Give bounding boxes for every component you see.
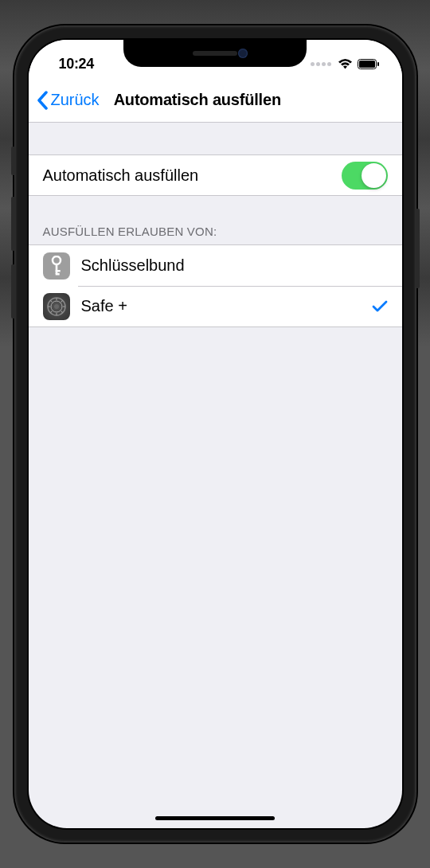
volume-down	[11, 264, 15, 319]
svg-rect-6	[55, 273, 59, 276]
provider-label: Schlüsselbund	[81, 256, 388, 275]
key-icon	[43, 252, 70, 280]
screen: 10:24 Zurück Automatisch ausfüllen	[29, 40, 402, 828]
autofill-toggle-cell[interactable]: Automatisch ausfüllen	[29, 154, 402, 196]
svg-rect-4	[55, 264, 57, 274]
status-time: 10:24	[59, 56, 95, 72]
home-indicator[interactable]	[155, 816, 275, 820]
provider-row-safeplus[interactable]: Safe +	[29, 286, 402, 327]
cellular-signal-icon	[311, 62, 331, 66]
autofill-toggle[interactable]	[342, 162, 388, 190]
mute-switch	[11, 147, 15, 175]
svg-line-16	[50, 311, 52, 312]
provider-label: Safe +	[81, 297, 372, 315]
svg-rect-5	[55, 270, 60, 272]
status-icons	[311, 58, 380, 69]
volume-up	[11, 197, 15, 251]
wifi-icon	[338, 58, 353, 69]
power-button	[416, 209, 420, 288]
battery-icon	[358, 59, 380, 69]
navigation-bar: Zurück Automatisch ausfüllen	[29, 78, 402, 123]
speaker	[193, 51, 237, 56]
front-camera	[238, 49, 248, 58]
settings-content: Automatisch ausfüllen Ausfüllen erlauben…	[29, 123, 402, 327]
autofill-toggle-label: Automatisch ausfüllen	[43, 166, 342, 185]
svg-rect-2	[377, 62, 379, 66]
back-button[interactable]: Zurück	[37, 91, 100, 110]
page-title: Automatisch ausfüllen	[114, 91, 281, 109]
back-label: Zurück	[51, 91, 100, 109]
chevron-left-icon	[37, 91, 48, 110]
svg-line-17	[61, 300, 62, 302]
notch	[123, 40, 307, 67]
phone-frame: 10:24 Zurück Automatisch ausfüllen	[14, 25, 416, 843]
svg-line-14	[50, 300, 52, 302]
safe-icon	[43, 293, 70, 320]
provider-row-keychain[interactable]: Schlüsselbund	[29, 244, 402, 286]
checkmark-icon	[372, 300, 388, 313]
toggle-knob	[362, 163, 386, 188]
providers-section-header: Ausfüllen erlauben von:	[29, 218, 402, 244]
svg-rect-1	[359, 61, 375, 68]
svg-point-9	[54, 304, 59, 309]
svg-line-15	[61, 311, 62, 312]
svg-point-3	[53, 256, 61, 264]
